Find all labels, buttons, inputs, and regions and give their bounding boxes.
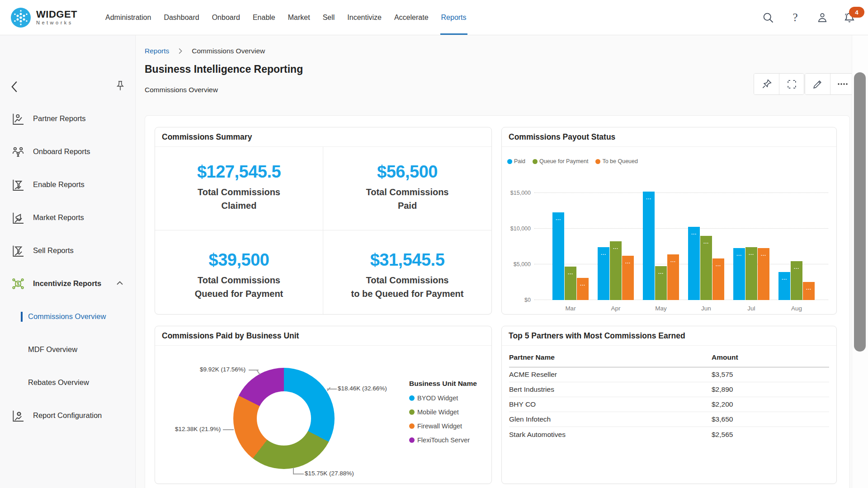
legend-item-firewall-widget[interactable]: Firewall Widget: [409, 422, 477, 430]
sidebar-item-sell-reports[interactable]: Sell Reports: [0, 234, 135, 267]
user-account-icon[interactable]: [816, 11, 829, 24]
business-unit-legend: Business Unit Name BYOD Widget Mobile Wi…: [409, 380, 477, 444]
sidebar-item-commissions-overview[interactable]: Commissions Overview: [0, 300, 135, 333]
bar-queue-for-payment-jul[interactable]: ...: [745, 247, 757, 300]
bar-queue-for-payment-apr[interactable]: ...: [610, 241, 622, 300]
nav-item-accelerate[interactable]: Accelerate: [388, 0, 435, 35]
bar-data-label-truncated: ...: [552, 216, 564, 221]
bar-paid-apr[interactable]: ...: [598, 247, 609, 300]
paid-legend-dot: [507, 159, 512, 164]
svg-text:$: $: [17, 281, 19, 286]
bar-data-label-truncated: ...: [745, 251, 757, 255]
vertical-scrollbar: [852, 35, 868, 488]
legend-item-queue-for-payment[interactable]: Queue for Payment: [533, 158, 588, 164]
column-header-amount[interactable]: Amount: [712, 353, 829, 361]
chevron-up-icon[interactable]: [114, 278, 125, 289]
bar-to-be-queued-may[interactable]: ...: [667, 254, 679, 300]
business-unit-donut-chart[interactable]: [233, 368, 335, 469]
commissions-by-business-unit-title: Commissions Paid by Business Unit: [155, 326, 491, 346]
payout-bar-plot: $0 $5,000 $10,000 $15,000 .........Mar..…: [534, 186, 828, 300]
sidebar-item-rebates-overview[interactable]: Rebates Overview: [0, 366, 135, 399]
bar-paid-may[interactable]: ...: [643, 192, 655, 300]
bar-to-be-queued-apr[interactable]: ...: [622, 256, 634, 300]
nav-item-enable[interactable]: Enable: [246, 0, 282, 35]
bar-paid-mar[interactable]: ...: [552, 212, 564, 300]
legend-item-flexitouch-server[interactable]: FlexiTouch Server: [409, 436, 477, 444]
table-row[interactable]: ACME Reseller $3,575: [509, 367, 829, 382]
sidebar-item-partner-reports[interactable]: Partner Reports: [0, 102, 135, 135]
help-icon[interactable]: ?: [788, 11, 802, 24]
nav-item-sell[interactable]: Sell: [316, 0, 341, 35]
kpi-total-commissions-claimed: $127,545.5 Total Commissions Claimed: [155, 147, 323, 230]
search-icon[interactable]: [761, 11, 775, 24]
sidebar-item-report-configuration[interactable]: Report Configuration: [0, 399, 135, 432]
column-header-partner-name[interactable]: Partner Name: [509, 353, 712, 361]
legend-item-paid[interactable]: Paid: [507, 158, 525, 164]
bar-data-label-truncated: ...: [667, 258, 679, 263]
bar-data-label-truncated: ...: [778, 276, 790, 280]
bar-to-be-queued-aug[interactable]: ...: [803, 282, 815, 300]
notifications-bell-icon[interactable]: 4: [843, 11, 856, 24]
nav-item-incentivize[interactable]: Incentivize: [341, 0, 388, 35]
breadcrumb-chevron-icon: [175, 46, 185, 56]
nav-item-dashboard[interactable]: Dashboard: [157, 0, 205, 35]
fullscreen-button[interactable]: [779, 74, 804, 94]
legend-item-to-be-queued[interactable]: To be Queued: [595, 158, 638, 164]
nav-item-administration[interactable]: Administration: [99, 0, 157, 35]
widget-networks-logo-icon: [10, 7, 32, 28]
brand-name: WIDGET: [36, 9, 77, 19]
bar-data-label-truncated: ...: [565, 270, 576, 275]
sidebar-item-incentivize-reports[interactable]: $ Incentivize Reports: [0, 267, 135, 300]
reports-sidebar: Partner Reports Onboard Reports: [0, 35, 136, 488]
edit-report-button[interactable]: [805, 74, 830, 94]
bar-queue-for-payment-aug[interactable]: ...: [791, 261, 802, 300]
bar-data-label-truncated: ...: [622, 259, 634, 264]
bar-data-label-truncated: ...: [791, 265, 802, 269]
bar-to-be-queued-jul[interactable]: ...: [758, 248, 769, 300]
nav-item-reports[interactable]: Reports: [435, 0, 473, 35]
bar-to-be-queued-jun[interactable]: ...: [712, 258, 724, 300]
x-axis-label-apr: Apr: [598, 305, 634, 312]
pin-sidebar-icon[interactable]: [114, 79, 127, 97]
legend-item-mobile-widget[interactable]: Mobile Widget: [409, 408, 477, 416]
callout-mobile-widget: $15.75K (27.88%): [305, 470, 354, 477]
breadcrumb-reports-link[interactable]: Reports: [145, 47, 169, 55]
legend-item-byod-widget[interactable]: BYOD Widget: [409, 394, 477, 402]
pin-report-button[interactable]: [754, 74, 779, 94]
table-row[interactable]: Bert Industries $2,890: [509, 382, 829, 397]
scrollbar-thumb[interactable]: [854, 72, 866, 352]
nav-item-onboard[interactable]: Onboard: [206, 0, 246, 35]
sidebar-item-mdf-overview[interactable]: MDF Overview: [0, 333, 135, 366]
nav-item-market[interactable]: Market: [282, 0, 316, 35]
bar-paid-jul[interactable]: ...: [733, 248, 745, 300]
main-content: Reports Commissions Overview Business In…: [136, 35, 868, 488]
bar-paid-aug[interactable]: ...: [778, 272, 790, 300]
top-partners-title: Top 5 Partners with Most Commissions Ear…: [502, 326, 836, 346]
bar-data-label-truncated: ...: [655, 270, 667, 274]
bar-data-label-truncated: ...: [598, 251, 609, 255]
table-row[interactable]: Stark Automotives $2,565: [509, 427, 829, 442]
bar-data-label-truncated: ...: [688, 230, 700, 235]
bar-queue-for-payment-jun[interactable]: ...: [700, 236, 712, 300]
bar-data-label-truncated: ...: [803, 286, 815, 290]
byod-widget-legend-dot: [409, 395, 415, 401]
bar-to-be-queued-mar[interactable]: ...: [577, 278, 589, 300]
table-row[interactable]: BHY CO $2,200: [509, 397, 829, 412]
sidebar-item-enable-reports[interactable]: Enable Reports: [0, 168, 135, 201]
table-row[interactable]: Glen Infotech $3,650: [509, 412, 829, 427]
bar-queue-for-payment-mar[interactable]: ...: [565, 267, 576, 300]
sidebar-item-onboard-reports[interactable]: Onboard Reports: [0, 135, 135, 168]
bar-data-label-truncated: ...: [733, 252, 745, 256]
business-unit-legend-title: Business Unit Name: [409, 380, 477, 388]
more-options-button[interactable]: [830, 74, 855, 94]
y-axis-label: $0: [495, 297, 531, 303]
bar-queue-for-payment-may[interactable]: ...: [655, 266, 667, 300]
report-canvas: Commissions Summary $127,545.5 Total Com…: [145, 115, 850, 488]
page-title: Business Intelligence Reporting: [145, 63, 303, 75]
top-partners-table: Partner Name Amount ACME Reseller $3,575…: [509, 353, 829, 442]
collapse-sidebar-back-icon[interactable]: [8, 79, 23, 95]
sidebar-item-market-reports[interactable]: Market Reports: [0, 201, 135, 234]
bar-paid-jun[interactable]: ...: [688, 227, 700, 300]
page-subtitle: Commissions Overview: [145, 86, 218, 94]
market-reports-icon: [11, 211, 25, 225]
